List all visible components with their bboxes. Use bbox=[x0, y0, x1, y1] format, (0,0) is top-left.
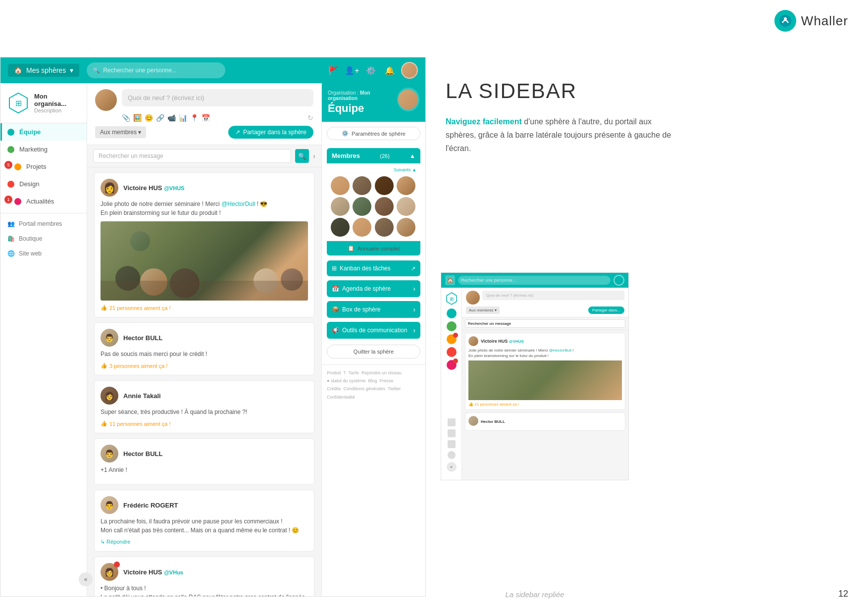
small-post-header: Victoire HUS @VHUS bbox=[468, 336, 622, 346]
sidebar-collapse-button[interactable]: « bbox=[79, 572, 93, 586]
org-name: Mon organisa... bbox=[34, 93, 80, 107]
svg-text:⊞: ⊞ bbox=[450, 296, 454, 302]
small-portail-icon bbox=[448, 418, 456, 426]
small-equipe-dot bbox=[447, 308, 457, 318]
small-search-input[interactable]: Rechercher un message bbox=[465, 319, 625, 328]
post-text: • Bonjour à tous !Le petit déj vous atte… bbox=[101, 584, 308, 596]
flag-icon[interactable]: 🚩 bbox=[326, 63, 341, 78]
post-avatar: 👩 bbox=[101, 387, 118, 405]
post-header: 👨 Hector BULL bbox=[101, 445, 308, 462]
params-button[interactable]: ⚙️ Paramètres de sphère bbox=[327, 127, 420, 140]
sidebar-item-design[interactable]: Design bbox=[0, 175, 87, 193]
post-likes: 👍 3 personnes aiment ça ! bbox=[101, 362, 308, 369]
reply-button[interactable]: ↳ Répondre bbox=[101, 539, 308, 545]
section-highlight: Naviguez facilement bbox=[446, 117, 522, 126]
sidebar-item-projets[interactable]: 5 Projets bbox=[0, 158, 87, 175]
small-post-area: Quoi de neuf ? (écrivez ici) Aux membres… bbox=[462, 288, 628, 317]
post-username: Victoire HUS @VHUS bbox=[123, 184, 184, 192]
equipe-label: Équipe bbox=[19, 128, 41, 136]
sidebar-link-boutique[interactable]: 🛍️ Boutique bbox=[0, 231, 87, 246]
member-avatar bbox=[331, 218, 350, 237]
small-post-name: Victoire HUS @VHUS bbox=[481, 339, 524, 344]
box-button[interactable]: 📦 Box de sphère › bbox=[327, 301, 420, 318]
refresh-icon[interactable]: ↻ bbox=[307, 114, 313, 122]
post-avatar: 👩 bbox=[101, 179, 118, 197]
section-title: LA SIDEBAR bbox=[446, 79, 683, 103]
sphere-avatar bbox=[397, 88, 419, 111]
notification-icon[interactable]: 🔔 bbox=[382, 63, 397, 78]
small-actualites-badge bbox=[453, 358, 458, 363]
small-projets-item bbox=[447, 334, 457, 344]
nav-home-button[interactable]: 🏠 Mes sphères ▾ bbox=[8, 64, 79, 77]
small-post-card: Victoire HUS @VHUS Jolie photo de notre … bbox=[465, 333, 625, 410]
chevron-right-icon: › bbox=[413, 285, 415, 293]
member-avatar bbox=[375, 176, 394, 195]
emoji-icon[interactable]: 😊 bbox=[145, 114, 153, 122]
image-icon[interactable]: 🖼️ bbox=[133, 114, 142, 122]
post-card: 👨 Hector BULL Pas de soucis mais merci p… bbox=[94, 322, 314, 375]
expand-icon[interactable]: › bbox=[313, 152, 315, 160]
annuaire-button[interactable]: 📋 Annuaire complet bbox=[327, 241, 420, 256]
latest-post-card: 👩 Victoire HUS @VHus • Bonjour à tous !L… bbox=[94, 557, 314, 596]
outils-button[interactable]: 📢 Outils de communication › bbox=[327, 322, 420, 339]
page-number: 12 bbox=[838, 589, 848, 599]
agenda-button[interactable]: 📅 Agenda de sphère › bbox=[327, 280, 420, 297]
add-user-icon[interactable]: 👤+ bbox=[345, 63, 359, 78]
nav-search-bar[interactable]: 🔍 Rechercher une personne... bbox=[87, 62, 225, 78]
marketing-dot bbox=[7, 146, 14, 153]
calendar-icon[interactable]: 📅 bbox=[202, 114, 210, 122]
kanban-button[interactable]: ⊞ Kanban des tâches ↗ bbox=[327, 260, 420, 276]
sidebar-item-actualites[interactable]: 1 Actualités bbox=[0, 193, 87, 210]
likes-count: 21 personnes aiment ça ! bbox=[109, 305, 171, 311]
small-marketing-dot bbox=[447, 321, 457, 331]
sidebar-link-portail[interactable]: 👥 Portail membres bbox=[0, 216, 87, 231]
small-sidebar: ⊞ « bbox=[441, 288, 462, 480]
post-header: 👨 Frédéric ROGERT bbox=[101, 496, 308, 514]
small-members-btn[interactable]: Aux membres ▾ bbox=[466, 307, 500, 314]
post-handle: @VHus bbox=[164, 569, 183, 575]
poll-icon[interactable]: 📊 bbox=[179, 114, 187, 122]
settings-icon[interactable]: ⚙️ bbox=[363, 63, 378, 78]
post-username: Annie Takali bbox=[123, 392, 161, 400]
quit-button[interactable]: Quitter la sphère bbox=[327, 345, 420, 358]
portail-icon: 👥 bbox=[7, 220, 15, 227]
sidebar-link-site[interactable]: 🌐 Site web bbox=[0, 246, 87, 261]
sidebar-item-marketing[interactable]: Marketing bbox=[0, 141, 87, 158]
small-search-bar: Rechercher une personne... bbox=[458, 276, 611, 285]
small-share-btn[interactable]: Partager dans... bbox=[588, 307, 624, 314]
small-post-avatar bbox=[468, 416, 478, 426]
chevron-up-icon[interactable]: ▲ bbox=[409, 153, 415, 159]
nav-bar: 🏠 Mes sphères ▾ 🔍 Rechercher une personn… bbox=[0, 57, 425, 83]
link-icon[interactable]: 🔗 bbox=[156, 114, 164, 122]
post-card: 👩 Annie Takali Super séance, très produc… bbox=[94, 380, 314, 433]
small-main: Quoi de neuf ? (écrivez ici) Aux membres… bbox=[462, 288, 628, 480]
post-input-field[interactable]: Quoi de neuf ? (écrivez ici) bbox=[122, 89, 313, 106]
sidebar-item-equipe[interactable]: Équipe bbox=[0, 123, 87, 141]
small-post-input[interactable]: Quoi de neuf ? (écrivez ici) bbox=[482, 291, 624, 300]
small-post-avatar bbox=[466, 291, 480, 305]
post-area: Quoi de neuf ? (écrivez ici) 📎 🖼️ 😊 🔗 📹 … bbox=[87, 83, 321, 145]
equipe-dot bbox=[7, 129, 14, 136]
post-username: Victoire HUS @VHus bbox=[123, 568, 183, 576]
post-text: +1 Annie ! bbox=[101, 465, 308, 474]
share-label: Partager dans la sphère bbox=[243, 129, 306, 136]
kanban-label: Kanban des tâches bbox=[340, 265, 391, 272]
small-nav-bar: 🏠 Rechercher une personne... bbox=[441, 273, 628, 288]
members-select-button[interactable]: Aux membres ▾ bbox=[95, 126, 146, 138]
reply-label: ↳ Répondre bbox=[101, 539, 130, 545]
share-icon: ↗ bbox=[235, 129, 240, 136]
search-input[interactable]: Rechercher un message bbox=[93, 149, 291, 163]
post-card: 👩 Victoire HUS @VHUS Jolie photo de notr… bbox=[94, 172, 314, 317]
post-actions: Aux membres ▾ ↗ Partager dans la sphère bbox=[95, 126, 313, 139]
box-label: Box de sphère bbox=[342, 306, 380, 313]
small-collapse-button[interactable]: « bbox=[447, 462, 457, 472]
video-icon[interactable]: 📹 bbox=[167, 114, 176, 122]
location-icon[interactable]: 📍 bbox=[190, 114, 199, 122]
sphere-header: Organisation : Mon organisation Équipe bbox=[322, 83, 425, 122]
search-button[interactable]: 🔍 bbox=[295, 149, 309, 163]
user-avatar[interactable] bbox=[401, 62, 418, 79]
small-post-avatar bbox=[468, 336, 478, 346]
member-avatar bbox=[331, 176, 350, 195]
share-button[interactable]: ↗ Partager dans la sphère bbox=[228, 126, 313, 139]
attach-icon[interactable]: 📎 bbox=[122, 114, 130, 122]
